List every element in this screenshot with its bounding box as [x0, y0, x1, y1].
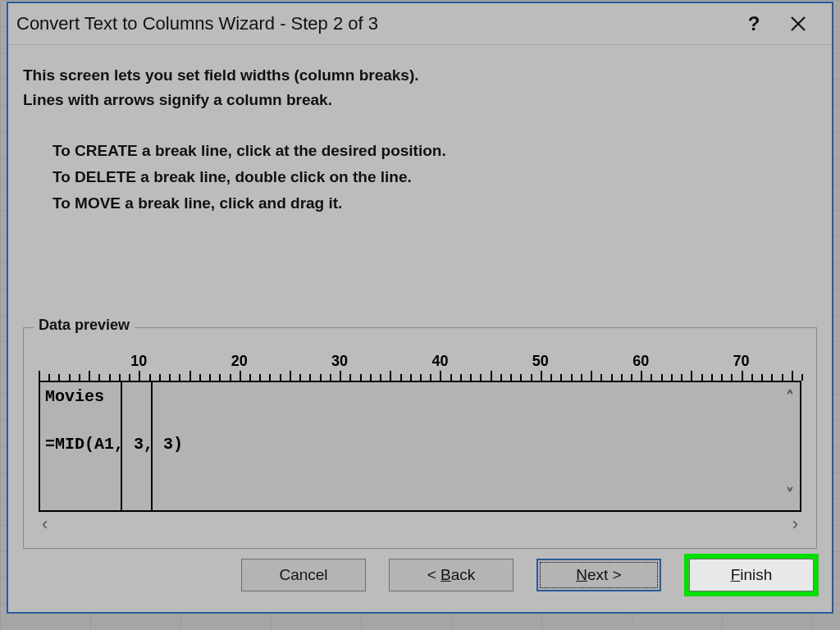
dialog-title: Convert Text to Columns Wizard - Step 2 …	[16, 13, 732, 34]
ruler-number: 10	[130, 353, 147, 370]
button-label: Next >	[576, 566, 621, 584]
button-label: Finish	[731, 566, 773, 584]
text-to-columns-wizard-dialog: Convert Text to Columns Wizard - Step 2 …	[7, 2, 833, 614]
scroll-down-icon[interactable]: ˅	[786, 485, 794, 505]
button-label: < Back	[427, 566, 476, 584]
ruler-number: 70	[733, 353, 750, 370]
preview-row: =MID(A1, 3, 3)	[45, 435, 183, 454]
next-button[interactable]: Next >	[536, 559, 661, 591]
ruler-number: 60	[632, 353, 649, 370]
instruction-move: To MOVE a break line, click and drag it.	[52, 194, 817, 212]
intro-line-1: This screen lets you set field widths (c…	[23, 66, 817, 84]
cancel-button[interactable]: Cancel	[241, 559, 366, 591]
button-label: Cancel	[279, 566, 327, 584]
help-button[interactable]: ?	[732, 6, 776, 42]
scroll-right-icon[interactable]: ›	[792, 514, 798, 535]
scroll-up-icon[interactable]: ˄	[786, 387, 794, 408]
horizontal-scrollbar[interactable]: ‹ ›	[39, 514, 801, 535]
finish-button-highlight: Finish	[684, 554, 819, 596]
instruction-create: To CREATE a break line, click at the des…	[52, 142, 817, 160]
intro-line-2: Lines with arrows signify a column break…	[23, 91, 817, 109]
vertical-scrollbar[interactable]: ˄ ˅	[778, 382, 801, 510]
ruler-number: 20	[231, 353, 248, 370]
close-button[interactable]	[776, 6, 820, 42]
dialog-titlebar[interactable]: Convert Text to Columns Wizard - Step 2 …	[8, 3, 832, 45]
dialog-button-row: Cancel < Back Next > Finish	[8, 549, 832, 612]
close-icon	[790, 16, 806, 32]
back-button[interactable]: < Back	[389, 559, 514, 591]
column-break-line[interactable]	[121, 382, 122, 510]
preview-area[interactable]: Movies =MID(A1, 3, 3) ˄ ˅	[39, 382, 801, 512]
column-break-line[interactable]	[151, 382, 153, 510]
instruction-delete: To DELETE a break line, double click on …	[52, 168, 817, 186]
instructions-block: To CREATE a break line, click at the des…	[52, 134, 817, 221]
data-preview-group: Data preview 10203040506070 Movies =MID(…	[23, 327, 817, 549]
ruler-number: 50	[532, 353, 549, 370]
intro-text: This screen lets you set field widths (c…	[23, 63, 817, 116]
ruler[interactable]: 10203040506070	[39, 354, 801, 382]
finish-button[interactable]: Finish	[689, 559, 814, 591]
ruler-number: 30	[331, 353, 348, 370]
preview-row: Movies	[45, 387, 104, 406]
ruler-container: 10203040506070 Movies =MID(A1, 3, 3) ˄ ˅…	[39, 354, 801, 535]
data-preview-legend: Data preview	[34, 317, 135, 334]
ruler-number: 40	[431, 353, 448, 370]
dialog-body: This screen lets you set field widths (c…	[8, 45, 832, 549]
scroll-left-icon[interactable]: ‹	[42, 514, 48, 535]
